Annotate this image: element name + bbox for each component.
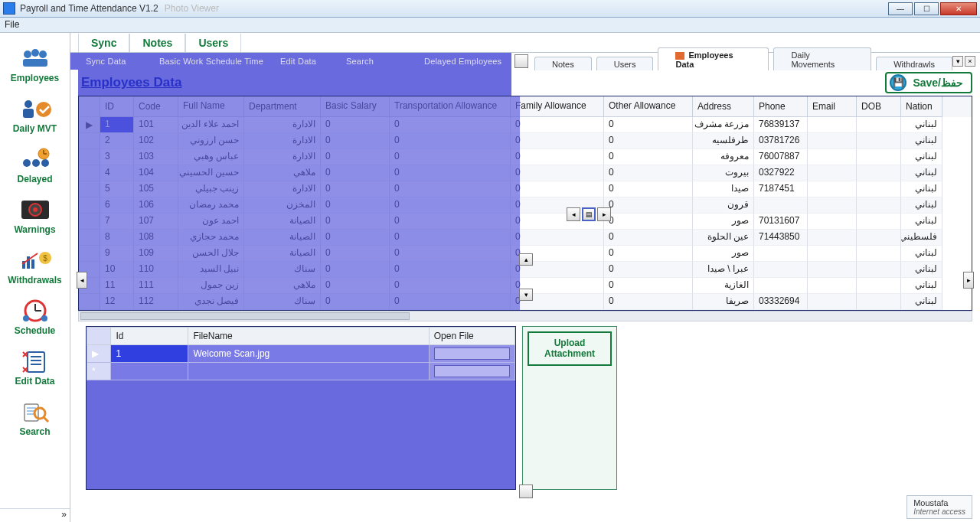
cell-department[interactable]: الادارة bbox=[244, 181, 321, 197]
cell-dob[interactable] bbox=[857, 294, 901, 310]
cell-id[interactable]: 3 bbox=[100, 149, 134, 165]
cell-full-name[interactable]: احمد علاء الدين bbox=[178, 117, 244, 133]
doc-tab-withdrawls[interactable]: Withdrawls bbox=[876, 57, 952, 70]
cell-id[interactable]: 9 bbox=[100, 246, 134, 262]
cell-dob[interactable] bbox=[857, 246, 901, 262]
cell-dob[interactable] bbox=[857, 230, 901, 246]
cell-basic-salary[interactable]: 0 bbox=[321, 230, 390, 246]
cell-address[interactable]: عبرا \ صيدا bbox=[693, 262, 754, 278]
cell-transportation[interactable]: 0 bbox=[390, 246, 511, 262]
bg-tab-edit-data[interactable]: Edit Data bbox=[280, 57, 346, 66]
cell-full-name[interactable]: عباس وهبي bbox=[178, 149, 244, 165]
collapse-right-button[interactable]: ▸ bbox=[963, 272, 974, 289]
cell-nationality[interactable]: لبناني bbox=[901, 214, 942, 230]
cell-id[interactable]: 12 bbox=[100, 294, 134, 310]
cell-transportation[interactable]: 0 bbox=[390, 117, 511, 133]
cell-transportation[interactable]: 0 bbox=[390, 165, 511, 181]
cell-id[interactable]: 1 bbox=[100, 117, 134, 133]
cell-address[interactable]: صور bbox=[693, 214, 754, 230]
bg-tab-sync-data[interactable]: Sync Data bbox=[86, 57, 159, 66]
cell-address[interactable]: مزرعة مشرف bbox=[693, 117, 754, 133]
menu-file[interactable]: File bbox=[5, 19, 19, 30]
cell-basic-salary[interactable]: 0 bbox=[321, 149, 390, 165]
cell-phone[interactable]: 03781726 bbox=[754, 133, 808, 149]
attach-col-id[interactable]: Id bbox=[111, 328, 188, 345]
splitter-move-left[interactable]: ◂ bbox=[567, 207, 580, 221]
cell-transportation[interactable]: 0 bbox=[390, 294, 511, 310]
cell-email[interactable] bbox=[808, 197, 857, 214]
cell-transportation[interactable]: 0 bbox=[390, 262, 511, 278]
bg-tab-delayed[interactable]: Delayed Employees bbox=[424, 57, 501, 66]
cell-nationality[interactable]: لبناني bbox=[901, 117, 942, 133]
cell-full-name[interactable]: زينب جبيلي bbox=[178, 181, 244, 197]
cell-full-name[interactable]: محمد حجازي bbox=[178, 230, 244, 246]
cell-other-allowance[interactable]: 0 bbox=[604, 278, 693, 294]
row-header[interactable] bbox=[79, 165, 100, 181]
cell-id[interactable]: 7 bbox=[100, 214, 134, 230]
cell-phone[interactable]: 7187451 bbox=[754, 181, 808, 197]
cell-phone[interactable]: 03332694 bbox=[754, 294, 808, 310]
cell-code[interactable]: 103 bbox=[134, 149, 178, 165]
cell-transportation[interactable]: 0 bbox=[390, 149, 511, 165]
cell-phone[interactable]: 76007887 bbox=[754, 149, 808, 165]
cell-full-name[interactable]: جلال الحسن bbox=[178, 246, 244, 262]
cell-basic-salary[interactable]: 0 bbox=[321, 197, 390, 214]
cell-department[interactable]: الصيانة bbox=[244, 214, 321, 230]
cell-phone[interactable] bbox=[754, 262, 808, 278]
attach-cell-id[interactable]: 1 bbox=[111, 345, 188, 363]
row-header[interactable] bbox=[79, 149, 100, 165]
attach-new-cell-filename[interactable] bbox=[188, 363, 429, 380]
splitter-up-button[interactable]: ▴ bbox=[519, 253, 533, 266]
cell-phone[interactable] bbox=[754, 246, 808, 262]
cell-code[interactable]: 111 bbox=[134, 278, 178, 294]
table-row[interactable]: 2102حسن ارزونيالادارة0000طرفلسيه03781726… bbox=[79, 133, 972, 149]
cell-phone[interactable] bbox=[754, 278, 808, 294]
splitter-handle-bottom-icon[interactable] bbox=[519, 484, 533, 498]
cell-full-name[interactable]: زين جمول bbox=[178, 278, 244, 294]
table-row[interactable]: 4104حسين الحسينيملاهي0000بيروت0327922لبن… bbox=[79, 165, 972, 181]
cell-code[interactable]: 105 bbox=[134, 181, 178, 197]
cell-nationality[interactable]: لبناني bbox=[901, 278, 942, 294]
cell-email[interactable] bbox=[808, 278, 857, 294]
row-header[interactable] bbox=[79, 214, 100, 230]
col-full-name[interactable]: Full Name bbox=[178, 96, 244, 117]
cell-code[interactable]: 101 bbox=[134, 117, 178, 133]
cell-full-name[interactable]: محمد رمضان bbox=[178, 197, 244, 214]
cell-dob[interactable] bbox=[857, 133, 901, 149]
cell-basic-salary[interactable]: 0 bbox=[321, 246, 390, 262]
collapse-left-button[interactable]: ◂ bbox=[77, 272, 87, 289]
cell-nationality[interactable]: لبناني bbox=[901, 133, 942, 149]
save-button[interactable]: 💾 Save/حفظ bbox=[885, 72, 972, 93]
cell-email[interactable] bbox=[808, 262, 857, 278]
cell-basic-salary[interactable]: 0 bbox=[321, 117, 390, 133]
attach-cell-filename[interactable]: Welcome Scan.jpg bbox=[188, 345, 429, 363]
cell-family-allowance[interactable]: 0 bbox=[511, 181, 604, 197]
cell-other-allowance[interactable]: 0 bbox=[604, 133, 693, 149]
splitter-move-right[interactable]: ▸ bbox=[597, 207, 611, 221]
cell-basic-salary[interactable]: 0 bbox=[321, 278, 390, 294]
doc-tab-daily-movements[interactable]: Daily Movements bbox=[773, 47, 871, 70]
cell-department[interactable]: الادارة bbox=[244, 133, 321, 149]
cell-address[interactable]: صيدا bbox=[693, 181, 754, 197]
cell-full-name[interactable]: حسن ارزوني bbox=[178, 133, 244, 149]
doc-tab-employees-data[interactable]: Employees Data bbox=[658, 47, 769, 70]
doc-tab-users[interactable]: Users bbox=[596, 57, 654, 70]
cell-id[interactable]: 2 bbox=[100, 133, 134, 149]
cell-dob[interactable] bbox=[857, 197, 901, 214]
row-header[interactable] bbox=[79, 133, 100, 149]
sidebar-item-employees[interactable]: Employees bbox=[2, 38, 68, 83]
attach-col-filename[interactable]: FileName bbox=[188, 328, 429, 345]
row-header[interactable] bbox=[79, 230, 100, 246]
cell-transportation[interactable]: 0 bbox=[390, 197, 511, 214]
table-row[interactable]: 3103عباس وهبيالادارة0000معروفه76007887لب… bbox=[79, 149, 972, 165]
cell-other-allowance[interactable]: 0 bbox=[604, 230, 693, 246]
cell-department[interactable]: سناك bbox=[244, 262, 321, 278]
cell-phone[interactable]: 70131607 bbox=[754, 214, 808, 230]
cell-dob[interactable] bbox=[857, 278, 901, 294]
col-family-allowance[interactable]: Family Allowance bbox=[511, 96, 604, 117]
cell-id[interactable]: 11 bbox=[100, 278, 134, 294]
bg-tab-search[interactable]: Search bbox=[346, 57, 424, 66]
cell-phone[interactable] bbox=[754, 197, 808, 214]
cell-phone[interactable]: 71443850 bbox=[754, 230, 808, 246]
cell-nationality[interactable]: لبناني bbox=[901, 165, 942, 181]
